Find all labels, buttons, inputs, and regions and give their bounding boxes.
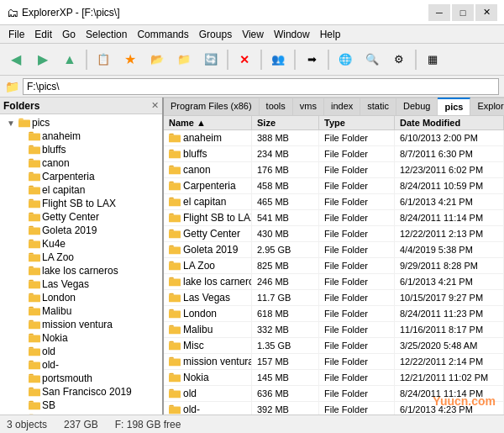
tree-label: canon [42, 157, 70, 169]
tree-label: Flight SB to LAX [42, 198, 116, 209]
file-row[interactable]: anaheim 388 MB File Folder 6/10/2013 2:0… [164, 130, 504, 146]
file-row[interactable]: lake los carneros 246 MB File Folder 6/1… [164, 274, 504, 290]
tab-tools[interactable]: tools [260, 98, 293, 115]
file-row[interactable]: Carpenteria 458 MB File Folder 8/24/2011… [164, 178, 504, 194]
tree-item-sb-zoo[interactable]: SB Zoo [0, 412, 162, 415]
svg-rect-7 [29, 214, 40, 222]
file-row[interactable]: el capitan 465 MB File Folder 6/1/2013 4… [164, 194, 504, 210]
settings-button[interactable]: ⚙ [386, 47, 412, 72]
file-row[interactable]: canon 176 MB File Folder 12/23/2011 6:02… [164, 162, 504, 178]
tree-item-carpenteria[interactable]: Carpenteria [0, 170, 162, 183]
tree-item-nokia[interactable]: Nokia [0, 331, 162, 345]
tree-item-lake-los-carneros[interactable]: lake los carneros [0, 264, 162, 277]
tree-item-old-[interactable]: old- [0, 358, 162, 372]
refresh-button[interactable]: 🔄 [198, 47, 223, 72]
file-row[interactable]: LA Zoo 825 MB File Folder 9/29/2011 8:28… [164, 258, 504, 274]
move-button[interactable]: ➡ [299, 47, 324, 72]
file-size-cell: 234 MB [252, 146, 319, 161]
menu-item-edit[interactable]: Edit [29, 27, 57, 42]
folder-button[interactable]: 📁 [171, 47, 197, 72]
file-modified-cell: 12/22/2011 2:14 PM [395, 354, 504, 369]
expand-icon: ▼ [7, 119, 18, 128]
file-row[interactable]: Las Vegas 11.7 GB File Folder 10/15/2017… [164, 290, 504, 306]
copy-button[interactable]: 📋 [91, 47, 116, 72]
folder-icon [29, 251, 40, 263]
column-name[interactable]: Name ▲ [164, 116, 252, 129]
free-space: 237 GB [64, 419, 98, 430]
tab-static[interactable]: static [360, 98, 396, 115]
column-size[interactable]: Size [252, 116, 319, 129]
minimize-button[interactable]: ─ [428, 4, 450, 21]
tree-item-san-francisco-2019[interactable]: San Francisco 2019 [0, 385, 162, 399]
tree-item-flight-sb-to-lax[interactable]: Flight SB to LAX [0, 197, 162, 210]
menu-item-groups[interactable]: Groups [194, 27, 237, 42]
file-row[interactable]: Misc 1.35 GB File Folder 3/25/2020 5:48 … [164, 338, 504, 354]
address-input[interactable] [23, 78, 499, 95]
tree-label: Las Vegas [42, 278, 89, 290]
users-button[interactable]: 👥 [265, 47, 291, 72]
tab-vms[interactable]: vms [293, 98, 324, 115]
column-type[interactable]: Type [319, 116, 395, 129]
menu-item-view[interactable]: View [237, 27, 269, 42]
close-button[interactable]: ✕ [475, 4, 497, 21]
file-row[interactable]: bluffs 234 MB File Folder 8/7/2011 6:30 … [164, 146, 504, 162]
tree-item-root[interactable]: ▼ pics [0, 116, 162, 129]
file-size-cell: 458 MB [252, 178, 319, 193]
star-button[interactable]: ★ [118, 47, 143, 72]
tree-item-getty-center[interactable]: Getty Center [0, 210, 162, 224]
menu-item-help[interactable]: Help [315, 27, 346, 42]
file-row[interactable]: Getty Center 430 MB File Folder 12/22/20… [164, 226, 504, 242]
tree-label: el capitan [42, 184, 85, 196]
svg-rect-30 [169, 247, 181, 255]
back-button[interactable]: ◀ [3, 47, 29, 72]
menu-item-commands[interactable]: Commands [132, 27, 193, 42]
tree-item-ku4e[interactable]: Ku4e [0, 237, 162, 251]
network-button[interactable]: 🌐 [333, 47, 358, 72]
file-row[interactable]: Nokia 145 MB File Folder 12/21/2011 11:0… [164, 370, 504, 386]
tree-item-london[interactable]: London [0, 291, 162, 304]
file-name-cell: Malibu [164, 322, 252, 337]
svg-rect-28 [169, 215, 181, 223]
file-row[interactable]: mission ventura 157 MB File Folder 12/22… [164, 354, 504, 370]
tree-item-anaheim[interactable]: anaheim [0, 129, 162, 143]
tree-item-old[interactable]: old [0, 345, 162, 358]
tree-item-malibu[interactable]: Malibu [0, 304, 162, 318]
file-modified-cell: 9/29/2011 8:28 PM [395, 258, 504, 273]
tab-pics[interactable]: pics [438, 98, 470, 115]
tab-program-files-(x86)[interactable]: Program Files (x86) [164, 98, 260, 115]
menu-item-go[interactable]: Go [57, 27, 81, 42]
menu-item-window[interactable]: Window [269, 27, 315, 42]
file-row[interactable]: London 618 MB File Folder 8/24/2011 11:2… [164, 306, 504, 322]
forward-button[interactable]: ▶ [30, 47, 55, 72]
tab-debug[interactable]: Debug [396, 98, 438, 115]
folder-panel-close-button[interactable]: ✕ [151, 100, 159, 111]
maximize-button[interactable]: □ [452, 4, 474, 21]
tree-item-bluffs[interactable]: bluffs [0, 143, 162, 156]
tree-item-las-vegas[interactable]: Las Vegas [0, 277, 162, 291]
folder-icon [169, 164, 181, 176]
tab-index[interactable]: index [324, 98, 360, 115]
search-button[interactable]: 🔍 [360, 47, 385, 72]
file-row[interactable]: Malibu 332 MB File Folder 11/16/2011 8:1… [164, 322, 504, 338]
tree-item-el-capitan[interactable]: el capitan [0, 183, 162, 197]
column-modified[interactable]: Date Modified [395, 116, 504, 129]
tree-item-sb[interactable]: SB [0, 399, 162, 412]
file-row[interactable]: Goleta 2019 2.95 GB File Folder 4/4/2019… [164, 242, 504, 258]
delete-button[interactable]: ✕ [232, 47, 257, 72]
tree-item-mission-ventura[interactable]: mission ventura [0, 318, 162, 331]
file-row[interactable]: Flight SB to LAX 541 MB File Folder 8/24… [164, 210, 504, 226]
up-button[interactable]: ▲ [57, 47, 82, 72]
tree-item-canon[interactable]: canon [0, 156, 162, 170]
folder-icon [169, 388, 181, 399]
menu-item-file[interactable]: File [3, 27, 29, 42]
tab-explore[interactable]: Explore [470, 98, 504, 115]
tree-item-goleta-2019[interactable]: Goleta 2019 [0, 224, 162, 237]
folder-icon [29, 211, 40, 223]
menu-item-selection[interactable]: Selection [81, 27, 132, 42]
folder-open-button[interactable]: 📂 [144, 47, 170, 72]
menu-bar: FileEditGoSelectionCommandsGroupsViewWin… [0, 25, 504, 44]
tree-item-portsmouth[interactable]: portsmouth [0, 372, 162, 385]
tree-label: Goleta 2019 [42, 224, 97, 236]
layout-button[interactable]: ▦ [420, 47, 445, 72]
tree-item-la-zoo[interactable]: LA Zoo [0, 251, 162, 264]
